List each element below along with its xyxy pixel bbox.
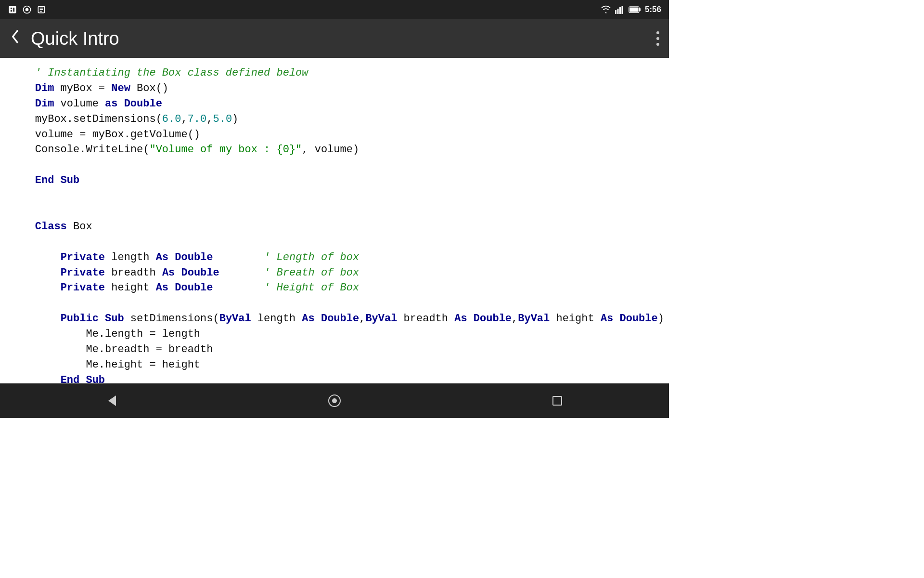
- signal-icon: [615, 5, 625, 14]
- code-container: ' Instantiating the Box class defined be…: [0, 58, 669, 383]
- code-block: ' Instantiating the Box class defined be…: [10, 66, 659, 383]
- back-button[interactable]: [8, 27, 23, 50]
- nav-recent-button[interactable]: [543, 386, 572, 415]
- svg-rect-10: [615, 10, 616, 14]
- svg-rect-11: [617, 9, 618, 14]
- svg-marker-20: [108, 395, 116, 406]
- status-bar-right: 5:56: [601, 5, 661, 14]
- svg-rect-15: [639, 8, 641, 11]
- svg-rect-13: [621, 6, 623, 14]
- svg-rect-16: [629, 8, 638, 12]
- app-icon-3: [37, 5, 46, 14]
- bottom-nav: [0, 383, 669, 418]
- svg-point-17: [656, 31, 659, 34]
- svg-point-22: [332, 398, 337, 403]
- wifi-icon: [601, 5, 611, 14]
- svg-rect-12: [619, 7, 621, 14]
- svg-rect-3: [11, 10, 12, 12]
- app-bar: Quick Intro: [0, 19, 669, 58]
- status-bar-left: [8, 5, 46, 14]
- svg-rect-2: [13, 8, 14, 12]
- svg-rect-1: [11, 8, 12, 9]
- nav-home-button[interactable]: [320, 386, 349, 415]
- app-icon-1: [8, 5, 17, 14]
- svg-rect-0: [9, 6, 16, 13]
- status-time: 5:56: [645, 5, 661, 14]
- status-bar: 5:56: [0, 0, 669, 19]
- svg-point-19: [656, 43, 659, 46]
- battery-icon: [629, 6, 641, 13]
- svg-rect-23: [553, 396, 562, 405]
- app-title: Quick Intro: [31, 28, 654, 49]
- svg-point-18: [656, 37, 659, 40]
- menu-button[interactable]: [654, 29, 661, 48]
- app-icon-2: [22, 5, 32, 14]
- svg-point-5: [26, 8, 29, 12]
- nav-back-button[interactable]: [97, 386, 126, 415]
